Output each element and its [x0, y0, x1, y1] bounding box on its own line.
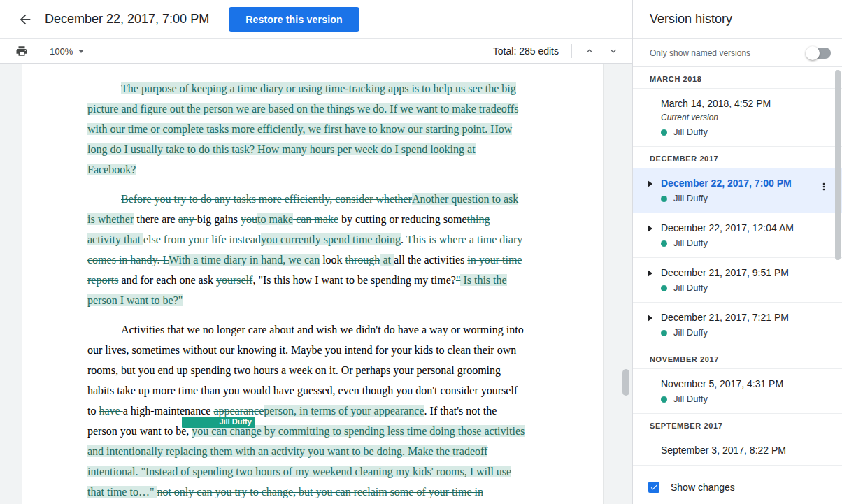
text-add: The purpose of keeping a time diary or u… [87, 82, 518, 175]
author-name: Jill Duffy [673, 282, 708, 294]
text-del: any [178, 213, 197, 225]
back-button[interactable] [11, 6, 39, 34]
back-arrow-icon [17, 12, 33, 27]
toolbar-divider [571, 44, 572, 58]
version-entry[interactable]: December 22, 2017, 12:04 AMJill Duffy [633, 213, 842, 258]
version-date: March 14, 2018, 4:52 PM [661, 97, 831, 110]
text-plain: big gains [197, 213, 241, 225]
author-color-dot [661, 330, 667, 336]
show-changes-bar: Show changes [633, 470, 842, 504]
month-header: MARCH 2018 [633, 67, 842, 89]
expand-arrow-icon[interactable] [648, 270, 652, 277]
main-area: December 22, 2017, 7:00 PM Restore this … [0, 0, 632, 504]
author-name: Jill Duffy [673, 193, 708, 204]
version-author: Jill Duffy [661, 193, 831, 204]
print-button[interactable] [11, 42, 32, 60]
expand-arrow-icon[interactable] [648, 225, 652, 232]
version-author: Jill Duffy [661, 394, 831, 405]
version-date: December 21, 2017, 7:21 PM [661, 311, 831, 324]
named-versions-row: Only show named versions [633, 39, 842, 67]
text-del: else from your life instead [143, 233, 261, 245]
panel-title: Version history [633, 0, 842, 39]
version-history-panel: Version history Only show named versions… [632, 0, 842, 504]
document-canvas: The purpose of keeping a time diary or u… [0, 64, 632, 504]
text-plain: look [320, 254, 345, 266]
version-entry[interactable]: September 3, 2017, 8:22 PM [633, 435, 842, 466]
version-entry[interactable]: March 14, 2018, 4:52 PMCurrent versionJi… [633, 89, 842, 147]
author-name: Jill Duffy [673, 394, 708, 405]
text-plain: all the activities [394, 254, 467, 266]
checkmark-icon [650, 483, 658, 491]
text-plain: . [401, 233, 406, 245]
paragraph: Before you try to do any tasks more effi… [87, 189, 525, 310]
zoom-value: 100% [50, 46, 73, 57]
document-scrollbar[interactable] [622, 369, 629, 396]
next-edit-button[interactable] [601, 42, 625, 60]
text-plain: , "Is this how I want to be spending my … [252, 274, 456, 286]
version-date: December 22, 2017, 12:04 AM [661, 222, 831, 234]
show-changes-checkbox[interactable] [648, 482, 659, 493]
chevron-down-icon [608, 45, 619, 57]
chevron-down-icon [78, 50, 84, 53]
author-color-dot [661, 396, 667, 403]
panel-scrollbar[interactable] [835, 70, 841, 260]
version-entry[interactable]: December 21, 2017, 9:51 PMJill Duffy [633, 258, 842, 303]
expand-arrow-icon[interactable] [648, 315, 652, 322]
text-del: Before you try to do any tasks more effi… [121, 193, 412, 205]
text-add: person, in terms of your appearance [264, 405, 424, 417]
paragraph: The purpose of keeping a time diary or u… [87, 78, 525, 180]
document-page: The purpose of keeping a time diary or u… [22, 64, 603, 504]
text-del: through [345, 254, 380, 266]
author-name: Jill Duffy [673, 327, 708, 338]
month-header: DECEMBER 2017 [633, 147, 842, 168]
text-del: not only can you try to change, but you … [157, 486, 483, 498]
text-del: appearanceJill Duffy [213, 405, 264, 417]
restore-version-button[interactable]: Restore this version [229, 7, 359, 32]
text-del: " [456, 274, 461, 286]
previous-edit-button[interactable] [578, 42, 601, 60]
named-versions-label: Only show named versions [650, 48, 806, 58]
version-author: Jill Duffy [661, 238, 831, 249]
text-del: have [99, 405, 122, 417]
text-add: at [380, 254, 394, 266]
text-add: you currently spend time doing [261, 233, 401, 245]
text-plain: there are [134, 213, 178, 225]
app-window: December 22, 2017, 7:00 PM Restore this … [0, 0, 842, 504]
version-entry[interactable]: December 22, 2017, 7:00 PMJill Duffy [633, 168, 842, 213]
toolbar-divider [38, 44, 38, 58]
text-add: With a time diary in hand, we can [169, 254, 320, 266]
author-color-dot [661, 196, 667, 202]
version-author: Jill Duffy [661, 282, 831, 294]
author-color-dot [661, 285, 667, 291]
print-icon [15, 45, 28, 57]
version-list: MARCH 2018March 14, 2018, 4:52 PMCurrent… [633, 67, 842, 504]
text-del: thing [467, 213, 490, 225]
zoom-control[interactable]: 100% [44, 44, 90, 59]
text-add: activity that [87, 233, 143, 245]
version-title: December 22, 2017, 7:00 PM [45, 12, 209, 27]
version-entry[interactable]: December 21, 2017, 7:21 PMJill Duffy [633, 303, 842, 347]
version-entry[interactable]: November 5, 2017, 4:31 PMJill Duffy [633, 369, 842, 414]
top-bar: December 22, 2017, 7:00 PM Restore this … [0, 0, 632, 39]
expand-arrow-icon[interactable] [648, 180, 652, 187]
text-plain: and for each one ask [118, 274, 216, 286]
text-plain: a high-maintenance [123, 405, 214, 417]
version-date: December 22, 2017, 7:00 PM [661, 177, 831, 189]
author-name: Jill Duffy [673, 238, 708, 249]
toolbar-right: Total: 285 edits [493, 42, 625, 60]
collaborator-cursor-badge: Jill Duffy [182, 417, 255, 428]
author-color-dot [661, 240, 667, 247]
toggle-thumb [806, 46, 820, 60]
author-color-dot [661, 129, 667, 136]
text-del: yourself [216, 274, 252, 286]
author-name: Jill Duffy [673, 127, 708, 138]
version-date: September 3, 2017, 8:22 PM [661, 444, 831, 456]
month-header: SEPTEMBER 2017 [633, 414, 842, 435]
text-plain: by cutting or reducing some [338, 213, 467, 225]
version-author: Jill Duffy [661, 327, 831, 338]
more-options-button[interactable] [815, 178, 832, 195]
text-add: to make [257, 213, 293, 225]
named-versions-toggle[interactable] [806, 46, 832, 60]
show-changes-label: Show changes [671, 482, 735, 493]
text-del: can make [293, 213, 338, 225]
